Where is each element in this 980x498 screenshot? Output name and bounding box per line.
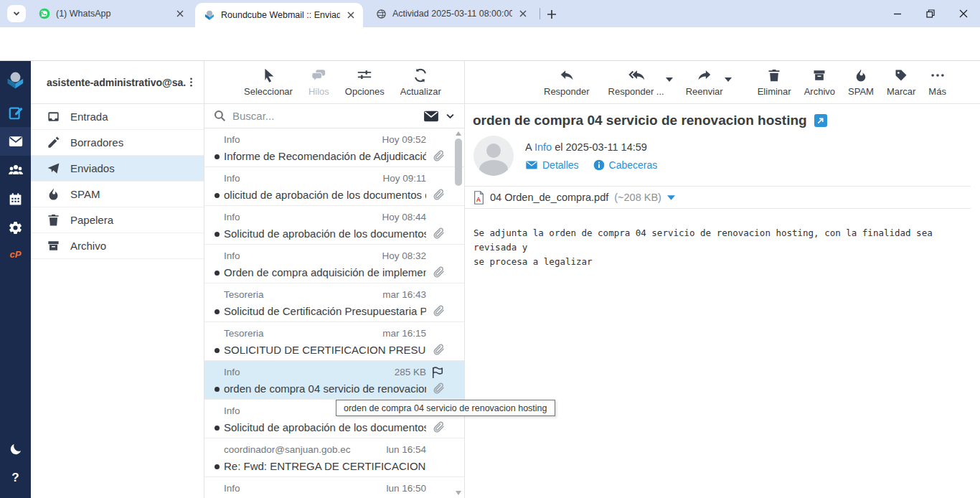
rail-settings-button[interactable] (0, 213, 31, 242)
message-subject-preview: orden de compra 04 servicio de renovacio… (224, 382, 426, 395)
attachment-menu-caret-icon[interactable] (667, 194, 675, 201)
folder-item-spam[interactable]: SPAM (31, 182, 204, 207)
message-rows: Info Hoy 09:52 Informe de Recomendación … (204, 128, 464, 498)
help-button[interactable]: ? (0, 464, 31, 492)
headers-link[interactable]: Cabeceras (593, 159, 658, 171)
compose-button[interactable] (0, 98, 31, 127)
attachment-row[interactable]: A 04 Orden_de_compra.pdf (~208 KB) (465, 186, 971, 209)
pencil-icon (47, 136, 60, 149)
select-button[interactable]: Seleccionar (244, 61, 293, 97)
more-button[interactable]: Más (928, 61, 946, 97)
archive-icon (47, 239, 60, 253)
details-link[interactable]: Detalles (525, 159, 579, 171)
threads-button[interactable]: Hilos (308, 61, 329, 97)
globe-icon (376, 9, 387, 19)
roundcube-app: cP ? asistente-administrativo@sa... Entr… (0, 61, 980, 498)
spam-button[interactable]: SPAM (848, 61, 874, 97)
trash-icon (767, 67, 781, 83)
list-scrollbar[interactable] (454, 128, 463, 498)
flag-icon[interactable] (430, 365, 445, 380)
reply-all-menu-caret-icon[interactable] (666, 77, 673, 83)
roundcube-logo[interactable] (0, 61, 31, 98)
tab-search-button[interactable] (7, 5, 26, 22)
delete-button[interactable]: Eliminar (758, 61, 791, 97)
tab-title: Actividad 2025-03-11 08:00:00 (392, 9, 512, 19)
rail-cpanel-button[interactable]: cP (0, 242, 31, 266)
close-icon[interactable] (174, 7, 187, 20)
mark-button[interactable]: Marcar (887, 61, 915, 97)
attachment-name[interactable]: 04 Orden_de_compra.pdf (490, 192, 608, 203)
folder-panel: asistente-administrativo@sa... Entrada B… (31, 61, 204, 498)
tab-roundcube[interactable]: Roundcube Webmail :: Enviados (195, 3, 363, 27)
message-list-item[interactable]: Info lun 16:50 (204, 477, 464, 498)
unread-dot (215, 232, 220, 237)
open-in-new-window-icon[interactable] (814, 114, 827, 127)
message-sender: coordinador@sanjuan.gob.ec (224, 444, 386, 455)
archive-button[interactable]: Archivo (804, 61, 835, 97)
folder-item-archivo[interactable]: Archivo (31, 233, 204, 259)
options-button[interactable]: Opciones (345, 61, 385, 97)
message-subject-preview: olicitud de aprobación de los documentos… (224, 189, 426, 201)
pdf-file-icon: A (473, 191, 484, 205)
folder-label: Borradores (70, 136, 123, 149)
scrollbar-thumb[interactable] (455, 138, 462, 186)
forward-icon (696, 67, 713, 83)
tab-title: (1) WhatsApp (56, 9, 169, 19)
forward-button[interactable]: Reenviar (686, 61, 723, 97)
scroll-down-icon[interactable] (455, 489, 462, 497)
tab-whatsapp[interactable]: (1) WhatsApp (30, 0, 192, 27)
search-scope-mail-icon[interactable] (423, 110, 439, 123)
message-sender: Tesoreria (224, 289, 382, 300)
unread-dot (215, 348, 220, 353)
message-meta: Hoy 09:52 (382, 134, 426, 145)
svg-text:A: A (476, 195, 481, 202)
new-tab-button[interactable] (544, 6, 560, 22)
close-icon[interactable] (517, 7, 529, 20)
rail-contacts-button[interactable] (0, 156, 31, 184)
message-meta: Hoy 08:44 (382, 212, 426, 222)
rail-calendar-button[interactable] (0, 184, 31, 213)
message-list-item[interactable]: Tesoreria mar 16:15 SOLICITUD DE CERTIFI… (204, 322, 464, 361)
folder-item-entrada[interactable]: Entrada (31, 104, 204, 130)
reply-button[interactable]: Responder (544, 61, 590, 97)
fire-icon (854, 67, 868, 83)
message-sender: Info (224, 173, 382, 184)
gear-icon (8, 220, 23, 235)
message-list-item[interactable]: Info Hoy 08:32 Orden de compra adquisici… (204, 245, 464, 283)
folder-item-papelera[interactable]: Papelera (31, 207, 204, 233)
tab-actividad[interactable]: Actividad 2025-03-11 08:00:00 (367, 0, 535, 27)
message-sender: Info (224, 367, 395, 377)
message-list-item[interactable]: coordinador@sanjuan.gob.ec lun 16:54 Re:… (204, 438, 464, 477)
message-sender: Info (224, 250, 382, 261)
message-body: Se adjunta la orden de compra 04 servici… (473, 226, 976, 269)
paperclip-icon (432, 227, 445, 240)
close-icon[interactable] (344, 9, 357, 22)
folder-label: Entrada (70, 111, 108, 123)
message-list-item[interactable]: Info Hoy 08:44 Solicitud de aprobación d… (204, 206, 464, 245)
dark-mode-toggle[interactable] (0, 435, 31, 464)
folder-item-enviados[interactable]: Enviados (31, 156, 204, 182)
reply-all-button[interactable]: Responder ... (608, 61, 664, 97)
forward-menu-caret-icon[interactable] (725, 77, 732, 83)
search-options-chevron-icon[interactable] (445, 111, 456, 121)
rail-mail-button[interactable] (0, 127, 31, 156)
message-list-item[interactable]: Tesoreria mar 16:43 Solicitud de Certifi… (204, 283, 464, 322)
window-restore-button[interactable] (914, 0, 947, 27)
message-list-item[interactable]: Info Hoy 09:52 Informe de Recomendación … (204, 128, 464, 167)
window-close-button[interactable] (947, 0, 980, 27)
window-minimize-button[interactable] (881, 0, 914, 27)
message-subject-preview: SOLICITUD DE CERTIFICACION PRESUPUES... (224, 344, 426, 356)
refresh-button[interactable]: Actualizar (400, 61, 441, 97)
message-list-item[interactable]: Info Hoy 09:11 olicitud de aprobación de… (204, 167, 464, 206)
account-menu-icon[interactable] (186, 77, 197, 88)
recipient-link[interactable]: Info (534, 141, 552, 153)
search-input[interactable] (232, 110, 418, 122)
scroll-up-icon[interactable] (455, 130, 462, 137)
folder-item-borradores[interactable]: Borradores (31, 130, 204, 156)
folder-label: Archivo (70, 240, 106, 252)
paper-plane-icon (47, 161, 60, 175)
message-list-item[interactable]: Info 285 KB orden de compra 04 servicio … (204, 361, 464, 400)
unread-dot (215, 154, 220, 159)
unread-dot (215, 464, 220, 469)
message-meta: Hoy 09:11 (382, 173, 426, 184)
